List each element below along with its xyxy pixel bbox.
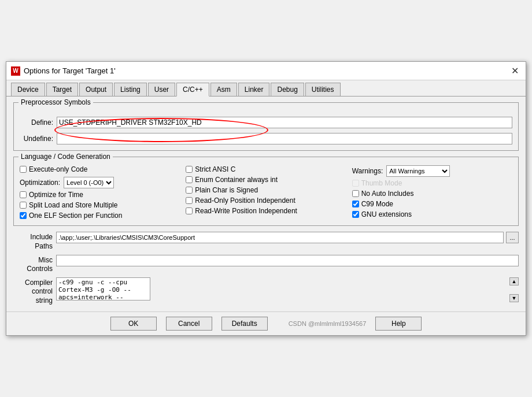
tab-target[interactable]: Target [46,83,78,96]
help-button[interactable]: Help [375,317,422,331]
content-area: Preprocessor Symbols Define: Undefine: L… [6,97,526,311]
one-elf-row: One ELF Section per Function [20,212,180,220]
misc-controls-label: MiscControls [13,255,53,274]
preprocessor-section: Define: Undefine: [20,106,512,144]
watermark-text: CSDN @mlmlmlml1934567 [289,320,367,327]
execute-only-row: Execute-only Code [20,165,180,173]
strict-ansi-label: Strict ANSI C [195,165,235,173]
compiler-string-label: Compilercontrolstring [13,277,53,306]
tab-utilities[interactable]: Utilities [305,83,341,96]
define-label: Define: [20,118,53,127]
strict-ansi-check[interactable] [186,166,193,173]
gnu-extensions-label: GNU extensions [361,210,412,218]
tab-bar: Device Target Output Listing User C/C++ … [6,80,526,97]
readonly-pos-label: Read-Only Position Independent [195,196,295,205]
preprocessor-group: Preprocessor Symbols Define: Undefine: [13,102,519,151]
warnings-label: Warnings: [352,167,383,175]
preprocessor-group-label: Preprocessor Symbols [19,98,93,106]
include-paths-label: IncludePaths [13,232,53,251]
tab-user[interactable]: User [148,83,175,96]
optimize-time-row: Optimize for Time [20,191,180,199]
scrollbar: ▲ ▼ [509,277,519,302]
codegen-group: Language / Code Generation Execute-only … [13,157,519,226]
no-auto-includes-label: No Auto Includes [361,190,414,198]
codegen-col1: Execute-only Code Optimization: Level 0 … [20,165,180,220]
one-elf-check[interactable] [20,212,27,219]
codegen-col2: Strict ANSI C Enum Container always int … [186,165,346,220]
readonly-pos-row: Read-Only Position Independent [186,196,346,205]
optimization-select[interactable]: Level 0 (-O0) [64,177,114,188]
include-paths-row: IncludePaths ... [13,232,519,251]
no-auto-includes-row: No Auto Includes [352,190,512,198]
compiler-string-textarea[interactable]: -c99 -gnu -c --cpu Cortex-M3 -g -O0 --ap… [56,277,150,300]
scroll-down-button[interactable]: ▼ [509,294,519,302]
warnings-select[interactable]: All Warnings [386,165,450,177]
codegen-col3: Warnings: All Warnings Thumb Mode No Aut… [352,165,512,220]
codegen-grid: Execute-only Code Optimization: Level 0 … [20,161,512,220]
close-button[interactable]: ✕ [509,65,521,76]
warnings-row: Warnings: All Warnings [352,165,512,177]
bottom-rows: IncludePaths ... MiscControls Compilerco… [13,232,519,305]
enum-container-row: Enum Container always int [186,176,346,184]
c99-mode-check[interactable] [352,201,359,207]
optimization-row: Optimization: Level 0 (-O0) [20,177,180,188]
titlebar: W Options for Target 'Target 1' ✕ [6,62,526,80]
tab-device[interactable]: Device [11,83,45,96]
define-row: Define: [20,117,512,128]
undefine-input[interactable] [57,133,512,144]
app-icon: W [11,66,20,76]
plain-char-row: Plain Char is Signed [186,186,346,194]
thumb-mode-label: Thumb Mode [361,179,402,187]
thumb-mode-row: Thumb Mode [352,179,512,187]
strict-ansi-row: Strict ANSI C [186,165,346,173]
dialog: W Options for Target 'Target 1' ✕ Device… [6,61,526,335]
optimize-time-label: Optimize for Time [29,191,83,199]
enum-container-check[interactable] [186,176,193,183]
plain-char-check[interactable] [186,187,193,194]
execute-only-label: Execute-only Code [29,165,87,173]
dialog-title: Options for Target 'Target 1' [24,66,116,75]
tab-debug[interactable]: Debug [271,83,304,96]
include-paths-input[interactable] [56,232,504,243]
readonly-pos-check[interactable] [186,197,193,204]
scroll-up-button[interactable]: ▲ [509,277,519,285]
tab-linker[interactable]: Linker [238,83,270,96]
readwrite-pos-row: Read-Write Position Independent [186,207,346,215]
execute-only-check[interactable] [20,166,27,173]
misc-controls-input[interactable] [56,255,519,266]
misc-controls-row: MiscControls [13,255,519,274]
c99-mode-label: C99 Mode [361,200,393,208]
include-paths-wrap: ... [56,232,519,243]
titlebar-left: W Options for Target 'Target 1' [11,66,116,76]
thumb-mode-check [352,180,359,187]
plain-char-label: Plain Char is Signed [195,186,258,194]
include-paths-browse[interactable]: ... [506,232,519,243]
button-bar: OK Cancel Defaults CSDN @mlmlmlml1934567… [6,311,526,335]
gnu-extensions-row: GNU extensions [352,210,512,218]
misc-controls-wrap [56,255,519,266]
cancel-button[interactable]: Cancel [166,317,212,331]
split-load-label: Split Load and Store Multiple [29,201,117,209]
split-load-check[interactable] [20,202,27,209]
tab-output[interactable]: Output [79,83,113,96]
readwrite-pos-label: Read-Write Position Independent [195,207,297,215]
gnu-extensions-check[interactable] [352,211,359,218]
tab-cpp[interactable]: C/C++ [176,83,209,97]
one-elf-label: One ELF Section per Function [29,212,122,220]
tab-asm[interactable]: Asm [210,83,237,96]
codegen-group-label: Language / Code Generation [19,153,113,161]
ok-button[interactable]: OK [110,317,157,331]
defaults-button[interactable]: Defaults [221,317,268,331]
no-auto-includes-check[interactable] [352,190,359,197]
tab-listing[interactable]: Listing [114,83,147,96]
optimization-label: Optimization: [20,179,60,187]
enum-container-label: Enum Container always int [195,176,278,184]
split-load-row: Split Load and Store Multiple [20,201,180,209]
compiler-string-wrap: -c99 -gnu -c --cpu Cortex-M3 -g -O0 --ap… [56,277,519,302]
readwrite-pos-check[interactable] [186,207,193,214]
undefine-row: Undefine: [20,133,512,144]
define-input[interactable] [57,117,512,128]
compiler-string-row: Compilercontrolstring -c99 -gnu -c --cpu… [13,277,519,306]
optimize-time-check[interactable] [20,191,27,198]
undefine-label: Undefine: [20,135,53,143]
